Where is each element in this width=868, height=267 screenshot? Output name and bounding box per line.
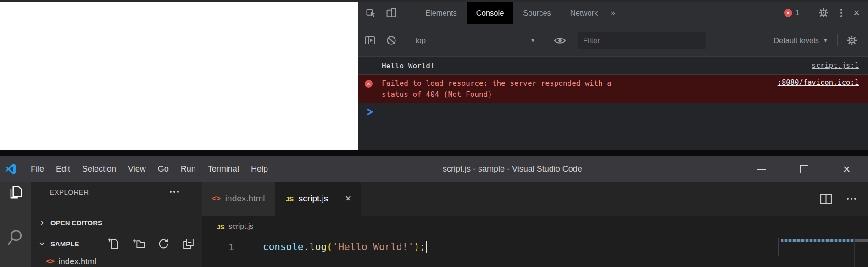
vscode-body: EXPLORER › OPEN EDITORS › SAMPLE: [0, 182, 868, 267]
editor-tab-script-js[interactable]: JS script.js ×: [275, 182, 361, 216]
window-controls: — ×: [740, 156, 868, 182]
maximize-button[interactable]: [783, 156, 825, 182]
js-file-icon: JS: [285, 195, 293, 203]
kebab-menu-icon[interactable]: [840, 9, 842, 17]
code-token: .: [304, 241, 310, 252]
devtools-close-icon[interactable]: ×: [853, 7, 860, 18]
devtools-panel: Elements Console Sources Network » × 1 ×: [358, 2, 868, 150]
error-circle-x-icon: ×: [365, 80, 373, 88]
live-expression-eye-icon[interactable]: [554, 37, 566, 44]
menu-view[interactable]: View: [122, 164, 152, 174]
menu-go[interactable]: Go: [152, 164, 175, 174]
devtools-tabbar: Elements Console Sources Network » × 1 ×: [358, 2, 868, 24]
code-token: (: [327, 241, 333, 252]
chevron-right-icon: ›: [37, 217, 48, 228]
explorer-activity-icon[interactable]: [7, 184, 24, 201]
settings-gear-icon[interactable]: [818, 8, 829, 18]
log-levels-select[interactable]: Default levels ▼: [773, 36, 828, 45]
clear-console-icon[interactable]: [386, 35, 396, 45]
minimize-button[interactable]: —: [740, 156, 783, 182]
code-token: ;: [419, 241, 425, 252]
console-messages: Hello World! script.js:1 × Failed to loa…: [358, 57, 868, 150]
console-settings-gear-icon[interactable]: [847, 35, 857, 45]
scrollbar[interactable]: [854, 238, 868, 267]
log-levels-value: Default levels: [773, 36, 819, 45]
sidebar-title: EXPLORER: [31, 182, 202, 202]
console-filter-input[interactable]: [578, 32, 706, 49]
prompt-chevron-icon: [367, 108, 374, 116]
menu-selection[interactable]: Selection: [76, 164, 122, 174]
inspect-element-icon[interactable]: [366, 8, 376, 18]
breadcrumb-file: script.js: [228, 222, 253, 231]
maximize-icon: [800, 165, 808, 173]
activity-bar: [0, 182, 31, 267]
breadcrumb[interactable]: JS script.js: [202, 216, 868, 238]
frame-context-select[interactable]: top ▼: [415, 36, 535, 45]
text-cursor: [426, 241, 427, 253]
menu-file[interactable]: File: [25, 164, 50, 174]
code-token: log: [309, 241, 327, 252]
editor-more-actions-icon[interactable]: [847, 198, 856, 200]
code-token: ): [414, 241, 420, 252]
section-folder-sample[interactable]: › SAMPLE: [31, 234, 202, 253]
explorer-sidebar: EXPLORER › OPEN EDITORS › SAMPLE: [31, 182, 202, 267]
collapse-all-icon[interactable]: [182, 238, 195, 250]
vscode-titlebar: File Edit Selection View Go Run Terminal…: [0, 156, 868, 182]
menu-help[interactable]: Help: [245, 164, 274, 174]
new-file-icon[interactable]: [108, 238, 120, 250]
minimap-line: [781, 239, 854, 242]
editor-actions: [820, 182, 868, 216]
console-toolbar: top ▼ Default levels ▼: [358, 24, 868, 57]
console-log-source-link[interactable]: script.js:1: [812, 61, 859, 70]
minimap[interactable]: [781, 238, 854, 267]
code-editor[interactable]: 1 console.log('Hello World!');: [202, 238, 868, 267]
window-gap: [0, 150, 868, 156]
code-token: 'Hello World!': [333, 241, 414, 252]
console-prompt[interactable]: [358, 103, 868, 121]
split-editor-icon[interactable]: [820, 193, 832, 205]
console-sidebar-toggle-icon[interactable]: [365, 35, 375, 45]
editor-tabbar: <> index.html JS script.js ×: [202, 182, 868, 216]
tab-close-icon[interactable]: ×: [345, 193, 351, 205]
refresh-icon[interactable]: [157, 238, 170, 250]
error-line-2: status of 404 (Not Found): [382, 90, 492, 99]
error-badge-x-icon: ×: [787, 11, 790, 16]
divider: [809, 7, 809, 19]
divider: [406, 7, 406, 19]
menu-run[interactable]: Run: [175, 164, 202, 174]
html-file-icon: <>: [46, 257, 54, 266]
error-count: 1: [796, 9, 800, 17]
tab-elements[interactable]: Elements: [416, 2, 467, 24]
console-log-row: Hello World! script.js:1: [358, 57, 868, 75]
html-file-icon: <>: [212, 194, 220, 203]
divider: [837, 34, 838, 46]
divider: [545, 34, 545, 46]
error-count-badge[interactable]: ×: [784, 9, 792, 17]
tab-network[interactable]: Network: [561, 2, 608, 24]
js-file-icon: JS: [217, 223, 224, 231]
editor-tab-index-html[interactable]: <> index.html: [202, 182, 275, 216]
device-toolbar-icon[interactable]: [386, 8, 397, 18]
views-more-actions-icon[interactable]: [170, 191, 179, 193]
new-folder-icon[interactable]: [133, 238, 145, 250]
console-error-text: Failed to load resource: the server resp…: [382, 78, 612, 100]
more-tabs-icon[interactable]: »: [610, 8, 615, 18]
section-open-editors[interactable]: › OPEN EDITORS: [31, 215, 202, 230]
console-error-source-link[interactable]: :8080/favicon.ico:1: [778, 78, 859, 87]
chevron-down-icon: ▼: [823, 38, 828, 43]
chevron-down-icon: ›: [36, 238, 48, 249]
screenshot-root: Elements Console Sources Network » × 1 ×: [0, 0, 868, 267]
divider: [406, 34, 406, 46]
vscode-window: File Edit Selection View Go Run Terminal…: [0, 150, 868, 267]
tab-sources[interactable]: Sources: [513, 2, 561, 24]
search-activity-icon[interactable]: [7, 229, 24, 248]
scrollbar-thumb[interactable]: [855, 239, 868, 242]
line-number: 1: [202, 238, 260, 256]
close-button[interactable]: ×: [825, 156, 868, 182]
menu-terminal[interactable]: Terminal: [202, 164, 245, 174]
menu-edit[interactable]: Edit: [50, 164, 76, 174]
file-item-index-html[interactable]: <> index.html: [31, 253, 202, 267]
folder-actions: [108, 238, 195, 250]
browser-page-viewport: [0, 2, 358, 150]
tab-console[interactable]: Console: [467, 2, 514, 24]
